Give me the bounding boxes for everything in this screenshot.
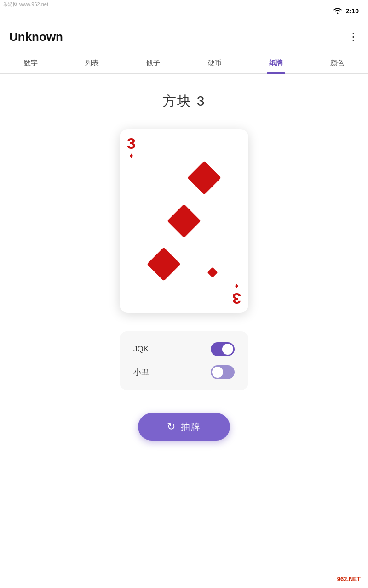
status-bar-right: 2:10: [333, 7, 359, 16]
pip-bottom-right-small: [209, 269, 216, 276]
pip-top-right: [192, 166, 216, 190]
wifi-icon: [333, 7, 342, 16]
main-content: 方块 3 3 ♦: [0, 74, 368, 459]
tab-coin[interactable]: 硬币: [184, 51, 245, 73]
option-label-jqk: JQK: [133, 345, 149, 354]
options-box: JQK 小丑: [120, 331, 248, 390]
watermark-bottom-right: 962.NET: [334, 575, 363, 583]
app-title: Unknown: [9, 30, 63, 44]
draw-button-label: 抽牌: [181, 421, 201, 433]
refresh-icon: ↻: [167, 421, 175, 433]
time-display: 2:10: [346, 7, 359, 15]
toggle-thumb-joker: [212, 367, 223, 378]
tab-colors[interactable]: 颜色: [307, 51, 368, 73]
option-row-jqk: JQK: [133, 342, 235, 356]
app-bar: Unknown ⋮: [0, 22, 368, 51]
toggle-jqk[interactable]: [211, 342, 235, 356]
tab-list[interactable]: 列表: [61, 51, 122, 73]
status-bar: 2:10: [0, 0, 368, 22]
tab-bar: 数字 列表 骰子 硬币 纸牌 颜色: [0, 51, 368, 74]
card-corner-top-left: 3 ♦: [127, 136, 136, 160]
watermark-top-left: 乐游网 www.962.net: [0, 0, 51, 9]
card-number-tl: 3: [127, 136, 136, 151]
card-suit-br: ♦: [235, 282, 238, 291]
playing-card[interactable]: 3 ♦: [120, 129, 248, 313]
more-options-icon[interactable]: ⋮: [348, 30, 359, 43]
card-corner-bottom-right: 3 ♦: [232, 282, 241, 306]
tab-dice[interactable]: 骰子: [123, 51, 184, 73]
toggle-thumb-jqk: [222, 344, 233, 355]
pip-middle: [172, 209, 196, 233]
tab-numbers[interactable]: 数字: [0, 51, 61, 73]
pip-bottom-left: [152, 252, 176, 276]
card-suit-tl: ♦: [129, 151, 133, 160]
draw-button[interactable]: ↻ 抽牌: [138, 413, 230, 441]
playing-card-container: 3 ♦: [120, 129, 248, 313]
option-row-joker: 小丑: [133, 365, 235, 379]
option-label-joker: 小丑: [133, 367, 149, 378]
toggle-joker[interactable]: [211, 365, 235, 379]
tab-cards[interactable]: 纸牌: [245, 51, 306, 73]
card-title: 方块 3: [162, 92, 205, 111]
card-number-br: 3: [232, 291, 241, 306]
